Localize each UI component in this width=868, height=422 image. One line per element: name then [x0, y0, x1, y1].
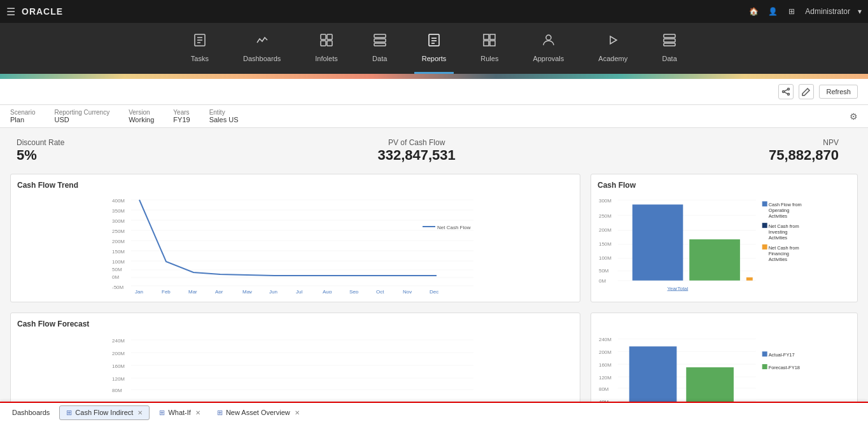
svg-rect-4	[321, 34, 326, 39]
hamburger-menu[interactable]: ☰	[6, 6, 15, 18]
svg-text:0M: 0M	[599, 278, 606, 284]
svg-text:May: May	[242, 289, 252, 293]
tab-whatif-close[interactable]: ✕	[195, 409, 200, 416]
tab-dashboards[interactable]: Dashboards	[5, 405, 57, 419]
svg-text:Activities: Activities	[769, 213, 788, 219]
svg-rect-7	[327, 41, 332, 46]
apps-icon[interactable]: ⊞	[786, 6, 797, 17]
menu-item-infolets[interactable]: Infolets	[307, 23, 345, 74]
tab-new-asset-icon: ⊞	[217, 409, 223, 417]
pv-value: 332,847,531	[377, 147, 455, 164]
svg-rect-85	[762, 223, 767, 228]
svg-rect-81	[762, 201, 767, 206]
svg-text:160M: 160M	[599, 362, 612, 368]
menu-item-academy[interactable]: Academy	[591, 23, 635, 74]
svg-text:0M: 0M	[112, 274, 119, 280]
svg-text:Jun: Jun	[269, 289, 277, 293]
svg-rect-78	[689, 239, 740, 281]
tab-whatif-icon: ⊞	[159, 409, 165, 417]
svg-text:YearTotal: YearTotal	[667, 286, 688, 292]
reports-icon	[426, 32, 442, 51]
admin-label[interactable]: Administrator	[805, 7, 850, 16]
reports-label: Reports	[422, 55, 447, 62]
menu-item-tasks[interactable]: Tasks	[183, 23, 216, 74]
menu-item-dashboards[interactable]: Dashboards	[235, 23, 288, 74]
svg-text:Aug: Aug	[323, 289, 332, 293]
svg-line-28	[785, 92, 788, 94]
academy-icon	[605, 32, 620, 51]
svg-text:Jul: Jul	[296, 289, 302, 293]
cashflow-bar-title: Cash Flow	[598, 181, 851, 190]
svg-rect-10	[374, 43, 386, 46]
entity-group: Entity Sales US	[209, 109, 239, 123]
npv-metric: NPV 75,882,870	[769, 138, 839, 164]
svg-point-25	[783, 91, 785, 93]
svg-text:Investing: Investing	[769, 229, 788, 235]
menu-item-reports[interactable]: Reports	[414, 23, 454, 74]
discount-rate-value: 5%	[17, 147, 64, 164]
edit-icon[interactable]	[799, 84, 814, 99]
svg-rect-79	[746, 278, 753, 281]
svg-text:80M: 80M	[112, 388, 122, 393]
svg-text:120M: 120M	[112, 376, 125, 382]
years-label: Years	[173, 109, 190, 116]
version-label: Version	[129, 109, 154, 116]
rainbow-banner	[0, 74, 868, 79]
bottom-tabs: Dashboards ⊞ Cash Flow Indirect ✕ ⊞ What…	[0, 402, 868, 422]
svg-text:Jan: Jan	[135, 289, 143, 293]
npv-label: NPV	[769, 138, 839, 147]
svg-text:Net Cash from: Net Cash from	[769, 223, 799, 229]
svg-marker-20	[610, 36, 617, 44]
dashboards-icon	[255, 32, 270, 51]
svg-point-24	[788, 88, 790, 90]
scenario-value[interactable]: Plan	[10, 116, 35, 123]
svg-rect-6	[321, 41, 326, 46]
user-icon[interactable]: 👤	[767, 6, 778, 17]
svg-text:350M: 350M	[112, 208, 125, 214]
admin-dropdown-icon[interactable]: ▾	[858, 7, 862, 16]
tab-cashflow-indirect-label: Cash Flow Indirect	[75, 409, 133, 416]
tab-new-asset[interactable]: ⊞ New Asset Overview ✕	[210, 405, 307, 420]
svg-text:240M: 240M	[599, 337, 612, 342]
share-icon[interactable]	[778, 84, 794, 99]
nav-left: ☰ ORACLE	[6, 6, 63, 18]
currency-value[interactable]: USD	[54, 116, 109, 123]
years-value[interactable]: FY19	[173, 116, 190, 123]
svg-text:Financing: Financing	[769, 251, 789, 257]
scenario-group: Scenario Plan	[10, 109, 35, 123]
tab-cashflow-indirect[interactable]: ⊞ Cash Flow Indirect ✕	[59, 405, 150, 420]
approvals-label: Approvals	[533, 55, 564, 62]
svg-rect-129	[762, 364, 767, 369]
home-icon[interactable]: 🏠	[748, 6, 759, 17]
tab-new-asset-label: New Asset Overview	[226, 409, 290, 416]
tab-new-asset-close[interactable]: ✕	[295, 409, 300, 416]
settings-icon[interactable]: ⚙	[850, 111, 858, 122]
refresh-button[interactable]: Refresh	[819, 85, 858, 99]
svg-text:Cash Flow from: Cash Flow from	[769, 202, 802, 207]
scenario-label: Scenario	[10, 109, 35, 116]
svg-text:250M: 250M	[112, 229, 125, 234]
svg-text:200M: 200M	[599, 227, 612, 233]
tasks-icon	[192, 32, 207, 51]
version-value[interactable]: Working	[129, 116, 154, 123]
entity-value[interactable]: Sales US	[209, 116, 239, 123]
discount-rate-metric: Discount Rate 5%	[17, 138, 64, 164]
context-bar: Scenario Plan Reporting Currency USD Ver…	[0, 105, 868, 128]
npv-value: 75,882,870	[769, 147, 839, 164]
currency-label: Reporting Currency	[54, 109, 109, 116]
menu-item-data[interactable]: Data	[365, 23, 395, 74]
rules-icon	[482, 32, 497, 51]
svg-text:200M: 200M	[112, 351, 125, 356]
tab-cashflow-indirect-close[interactable]: ✕	[137, 409, 143, 416]
nav-right: 🏠 👤 ⊞ Administrator ▾	[748, 6, 862, 17]
menu-item-data2[interactable]: Data	[654, 23, 685, 74]
academy-label: Academy	[598, 55, 627, 62]
menu-item-approvals[interactable]: Approvals	[525, 23, 571, 74]
menu-item-rules[interactable]: Rules	[473, 23, 506, 74]
svg-text:120M: 120M	[599, 375, 612, 381]
svg-rect-8	[374, 34, 386, 38]
svg-text:Activities: Activities	[769, 257, 788, 262]
svg-text:Net Cash Flow: Net Cash Flow	[437, 225, 471, 230]
svg-text:Feb: Feb	[162, 289, 171, 293]
tab-whatif[interactable]: ⊞ What-If ✕	[152, 405, 207, 420]
